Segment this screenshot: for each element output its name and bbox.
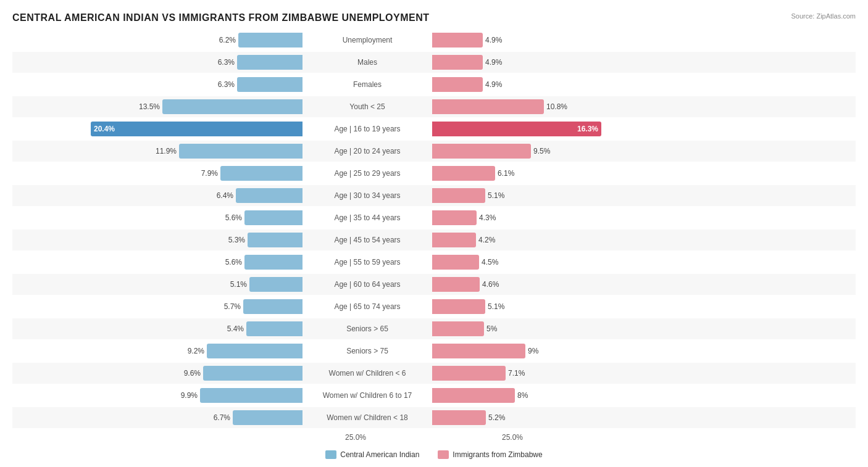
chart-row: 5.7% Age | 65 to 74 years 5.1% (12, 296, 856, 317)
bar-pink: 16.3% (432, 122, 601, 136)
value-blue: 5.1% (230, 280, 247, 289)
bar-blue (236, 188, 303, 203)
value-blue: 9.6% (184, 369, 201, 378)
legend-label-blue: Central American Indian (340, 450, 419, 459)
chart-source: Source: ZipAtlas.com (791, 12, 856, 20)
bar-left-section: 7.9% (12, 165, 303, 181)
bar-blue (246, 321, 303, 336)
row-center-label: Females (303, 80, 432, 89)
bar-left-section: 6.3% (12, 76, 303, 93)
bar-blue (244, 210, 303, 225)
value-blue: 5.6% (225, 213, 242, 222)
value-pink: 4.9% (485, 80, 502, 89)
value-pink: 5.1% (488, 191, 504, 200)
bar-pink (432, 410, 486, 425)
bar-blue (237, 77, 303, 92)
bar-right-section: 4.3% (432, 210, 722, 226)
bar-right-section: 4.5% (432, 254, 722, 270)
bar-blue (179, 144, 303, 159)
axis-row: 25.0% 25.0% (12, 433, 856, 442)
bar-left-section: 9.9% (12, 387, 303, 403)
row-center-label: Youth < 25 (303, 102, 432, 111)
bar-blue (220, 166, 303, 181)
chart-container: CENTRAL AMERICAN INDIAN VS IMMIGRANTS FR… (0, 0, 868, 467)
bar-left-section: 20.4% (12, 121, 303, 137)
row-center-label: Unemployment (303, 36, 432, 44)
bar-pink (432, 144, 531, 159)
bar-left-section: 5.3% (12, 232, 303, 248)
bar-pink (432, 277, 480, 292)
bar-pink (432, 255, 479, 270)
value-pink: 4.2% (478, 236, 495, 244)
legend-item-blue: Central American Indian (325, 450, 419, 459)
row-center-label: Seniors > 65 (303, 324, 432, 333)
value-blue: 11.9% (156, 147, 177, 155)
bar-right-section: 4.9% (432, 76, 722, 93)
chart-title: CENTRAL AMERICAN INDIAN VS IMMIGRANTS FR… (12, 12, 856, 23)
row-center-label: Age | 20 to 24 years (303, 147, 432, 155)
row-center-label: Age | 65 to 74 years (303, 302, 432, 311)
chart-row: 20.4% Age | 16 to 19 years 16.3% (12, 118, 856, 139)
chart-row: 11.9% Age | 20 to 24 years 9.5% (12, 141, 856, 162)
legend-label-pink: Immigrants from Zimbabwe (453, 450, 542, 459)
bar-right-section: 5.1% (432, 188, 722, 204)
bar-blue (237, 55, 303, 70)
value-blue: 5.4% (227, 324, 244, 333)
bar-blue (207, 344, 303, 358)
chart-row: 5.3% Age | 45 to 54 years 4.2% (12, 229, 856, 250)
bar-pink (432, 77, 483, 92)
bar-blue: 20.4% (91, 122, 303, 136)
chart-row: 6.3% Females 4.9% (12, 74, 856, 95)
bar-pink (432, 166, 495, 181)
value-pink: 4.9% (485, 36, 502, 44)
value-blue: 6.2% (219, 36, 236, 44)
row-center-label: Women w/ Children 6 to 17 (303, 391, 432, 400)
bar-right-section: 4.9% (432, 32, 722, 48)
row-center-label: Women w/ Children < 6 (303, 369, 432, 378)
bar-left-section: 6.7% (12, 410, 303, 426)
value-pink: 5.1% (488, 302, 504, 311)
value-blue: 6.4% (217, 191, 233, 200)
bar-blue (244, 255, 303, 270)
value-pink: 9% (528, 347, 538, 355)
value-pink: 10.8% (546, 102, 567, 111)
chart-row: 7.9% Age | 25 to 29 years 6.1% (12, 163, 856, 184)
row-center-label: Women w/ Children < 18 (303, 413, 432, 422)
value-pink: 8% (517, 391, 528, 400)
bar-pink (432, 188, 485, 203)
bar-left-section: 5.1% (12, 276, 303, 292)
bar-blue (249, 277, 303, 292)
bar-pink (432, 233, 476, 247)
value-blue: 13.5% (139, 102, 160, 111)
bar-left-section: 13.5% (12, 99, 303, 115)
legend: Central American Indian Immigrants from … (12, 450, 856, 459)
bar-blue (200, 388, 303, 403)
chart-area: 6.2% Unemployment 4.9% 6.3% Males 4.9% 6… (12, 30, 856, 428)
bar-left-section: 6.4% (12, 188, 303, 204)
bar-pink (432, 366, 506, 381)
bar-pink (432, 210, 477, 225)
value-blue: 6.7% (214, 413, 230, 422)
bar-blue (238, 33, 303, 48)
chart-row: 9.9% Women w/ Children 6 to 17 8% (12, 385, 856, 406)
bar-blue (243, 299, 303, 314)
bar-pink (432, 344, 525, 358)
value-pink: 7.1% (508, 369, 525, 378)
value-pink: 5.2% (488, 413, 505, 422)
bar-right-section: 8% (432, 387, 722, 403)
value-blue: 6.3% (218, 80, 235, 89)
bar-blue (233, 410, 303, 425)
row-center-label: Males (303, 58, 432, 67)
row-center-label: Seniors > 75 (303, 347, 432, 355)
value-pink: 4.3% (479, 213, 496, 222)
chart-row: 13.5% Youth < 25 10.8% (12, 96, 856, 117)
value-blue: 5.7% (224, 302, 241, 311)
row-center-label: Age | 35 to 44 years (303, 213, 432, 222)
value-blue: 7.9% (201, 169, 218, 178)
chart-row: 9.2% Seniors > 75 9% (12, 341, 856, 362)
bar-right-section: 5.2% (432, 410, 722, 426)
bar-right-section: 5% (432, 321, 722, 337)
value-pink: 16.3% (577, 125, 601, 133)
axis-scale-left: 25.0% (173, 433, 366, 442)
row-center-label: Age | 30 to 34 years (303, 191, 432, 200)
